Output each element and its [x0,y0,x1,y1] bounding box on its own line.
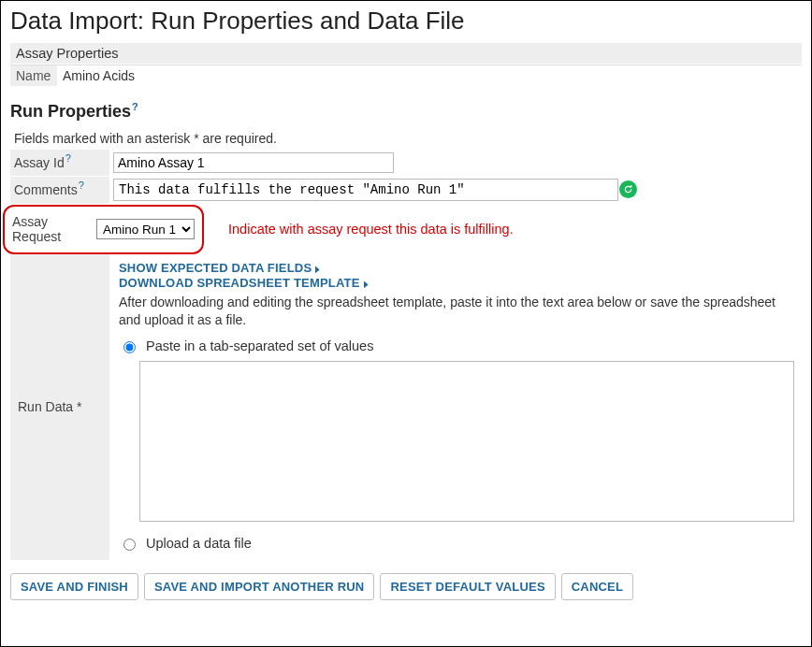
paste-option-radio[interactable] [123,341,136,353]
comments-label-text: Comments [14,181,78,196]
paste-textarea[interactable] [139,361,794,522]
chevron-right-icon: ▶ [315,264,320,274]
cancel-button[interactable]: CANCEL [561,573,633,600]
upload-option-radio[interactable] [123,539,136,551]
grammarly-icon[interactable] [619,180,637,198]
run-data-label: Run Data * [10,254,109,560]
run-properties-header: Run Properties? [10,101,802,122]
assay-request-label: Assay Request [12,214,87,246]
download-template-link[interactable]: DOWNLOAD SPREADSHEET TEMPLATE [119,276,360,290]
upload-option-label: Upload a data file [146,536,252,551]
upload-option-row[interactable]: Upload a data file [119,536,794,551]
help-icon[interactable]: ? [132,101,138,112]
show-expected-fields-link[interactable]: SHOW EXPECTED DATA FIELDS [119,261,312,275]
assay-request-highlight: Assay Request Amino Run 1 [3,205,204,255]
button-bar: SAVE AND FINISH SAVE AND IMPORT ANOTHER … [10,573,802,600]
paste-option-row[interactable]: Paste in a tab-separated set of values [119,338,794,353]
comments-input[interactable] [113,179,618,201]
page-title: Data Import: Run Properties and Data Fil… [10,7,802,36]
help-icon[interactable]: ? [65,152,71,164]
save-and-import-button[interactable]: SAVE AND IMPORT ANOTHER RUN [144,573,374,600]
assay-name-value: Amino Acids [57,65,140,86]
comments-label: Comments? [10,176,109,204]
assay-id-label-text: Assay Id [14,155,65,170]
chevron-right-icon: ▶ [363,279,368,289]
assay-name-label: Name [10,65,57,86]
run-data-instructions: After downloading and editing the spread… [119,294,794,329]
assay-properties-header: Assay Properties [10,43,802,64]
assay-id-input[interactable] [113,152,394,173]
assay-request-annotation: Indicate with assay request this data is… [228,222,514,237]
required-note: Fields marked with an asterisk * are req… [14,131,802,146]
run-properties-header-text: Run Properties [10,102,131,121]
assay-id-label: Assay Id? [10,150,109,176]
assay-name-row: Name Amino Acids [10,65,802,86]
paste-option-label: Paste in a tab-separated set of values [146,338,373,353]
save-and-finish-button[interactable]: SAVE AND FINISH [10,573,138,600]
assay-request-select[interactable]: Amino Run 1 [96,219,195,239]
reset-default-values-button[interactable]: RESET DEFAULT VALUES [380,573,555,600]
help-icon[interactable]: ? [79,180,84,191]
